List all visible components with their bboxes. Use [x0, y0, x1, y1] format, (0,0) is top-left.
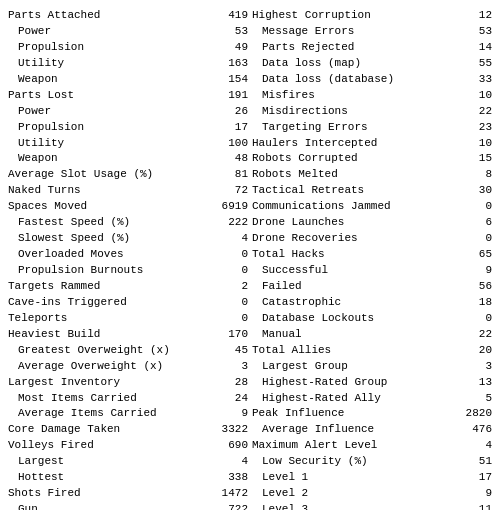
- stat-value: 10: [462, 136, 492, 152]
- stat-value: 690: [218, 438, 248, 454]
- stat-row: Tactical Retreats30: [252, 183, 492, 199]
- stat-value: 65: [462, 247, 492, 263]
- stat-value: 13: [462, 375, 492, 391]
- stat-label: Data loss (database): [252, 72, 462, 88]
- stat-label: Targets Rammed: [8, 279, 218, 295]
- stat-label: Low Security (%): [252, 454, 462, 470]
- stat-label: Naked Turns: [8, 183, 218, 199]
- stat-row: Spaces Moved6919: [8, 199, 248, 215]
- stat-row: Power26: [8, 104, 248, 120]
- stat-label: Propulsion: [8, 120, 218, 136]
- stat-label: Robots Melted: [252, 167, 462, 183]
- stat-row: Average Items Carried9: [8, 406, 248, 422]
- stat-label: Message Errors: [252, 24, 462, 40]
- stat-row: Misdirections22: [252, 104, 492, 120]
- stat-row: Robots Melted8: [252, 167, 492, 183]
- stat-label: Haulers Intercepted: [252, 136, 462, 152]
- stat-label: Weapon: [8, 72, 218, 88]
- stat-value: 154: [218, 72, 248, 88]
- stat-row: Largest Group3: [252, 359, 492, 375]
- stat-row: Drone Recoveries0: [252, 231, 492, 247]
- stat-value: 51: [462, 454, 492, 470]
- stat-value: 722: [218, 502, 248, 510]
- stat-label: Utility: [8, 136, 218, 152]
- stat-value: 191: [218, 88, 248, 104]
- stat-row: Parts Lost191: [8, 88, 248, 104]
- stat-label: Gun: [8, 502, 218, 510]
- stat-label: Communications Jammed: [252, 199, 462, 215]
- stat-value: 222: [218, 215, 248, 231]
- stat-label: Catastrophic: [252, 295, 462, 311]
- stat-value: 0: [462, 199, 492, 215]
- stat-row: Level 117: [252, 470, 492, 486]
- stat-value: 14: [462, 40, 492, 56]
- stat-value: 8: [462, 167, 492, 183]
- stat-value: 9: [462, 486, 492, 502]
- stat-value: 9: [462, 263, 492, 279]
- stat-value: 2820: [462, 406, 492, 422]
- left-column: Parts Attached419Power53Propulsion49Util…: [6, 8, 250, 510]
- stat-label: Hottest: [8, 470, 218, 486]
- stat-row: Database Lockouts0: [252, 311, 492, 327]
- stat-label: Total Hacks: [252, 247, 462, 263]
- stat-value: 10: [462, 88, 492, 104]
- stat-label: Highest Corruption: [252, 8, 462, 24]
- stat-row: Propulsion49: [8, 40, 248, 56]
- stat-label: Manual: [252, 327, 462, 343]
- stat-label: Most Items Carried: [8, 391, 218, 407]
- stat-row: Largest4: [8, 454, 248, 470]
- stat-value: 45: [218, 343, 248, 359]
- stat-row: Message Errors53: [252, 24, 492, 40]
- stat-label: Level 1: [252, 470, 462, 486]
- stat-value: 3322: [218, 422, 248, 438]
- stat-label: Average Items Carried: [8, 406, 218, 422]
- stat-row: Power53: [8, 24, 248, 40]
- stat-row: Successful9: [252, 263, 492, 279]
- stat-value: 33: [462, 72, 492, 88]
- stat-label: Volleys Fired: [8, 438, 218, 454]
- stat-label: Highest-Rated Group: [252, 375, 462, 391]
- stat-row: Low Security (%)51: [252, 454, 492, 470]
- stat-row: Highest-Rated Ally5: [252, 391, 492, 407]
- stat-label: Robots Corrupted: [252, 151, 462, 167]
- stat-label: Successful: [252, 263, 462, 279]
- stat-value: 17: [218, 120, 248, 136]
- stat-label: Maximum Alert Level: [252, 438, 462, 454]
- stat-value: 4: [218, 454, 248, 470]
- stat-label: Spaces Moved: [8, 199, 218, 215]
- stat-value: 22: [462, 104, 492, 120]
- stat-row: Parts Rejected14: [252, 40, 492, 56]
- stat-label: Largest Group: [252, 359, 462, 375]
- stat-label: Drone Launches: [252, 215, 462, 231]
- stat-value: 0: [462, 311, 492, 327]
- stat-value: 6: [462, 215, 492, 231]
- stat-row: Utility163: [8, 56, 248, 72]
- stat-row: Communications Jammed0: [252, 199, 492, 215]
- stat-row: Naked Turns72: [8, 183, 248, 199]
- stat-value: 55: [462, 56, 492, 72]
- stat-row: Data loss (map)55: [252, 56, 492, 72]
- stat-row: Failed56: [252, 279, 492, 295]
- stat-label: Average Overweight (x): [8, 359, 218, 375]
- stat-label: Propulsion: [8, 40, 218, 56]
- stat-value: 24: [218, 391, 248, 407]
- stat-row: Robots Corrupted15: [252, 151, 492, 167]
- stat-row: Slowest Speed (%)4: [8, 231, 248, 247]
- stat-label: Teleports: [8, 311, 218, 327]
- stat-value: 23: [462, 120, 492, 136]
- stat-label: Data loss (map): [252, 56, 462, 72]
- stat-value: 0: [218, 295, 248, 311]
- stat-label: Fastest Speed (%): [8, 215, 218, 231]
- stat-row: Core Damage Taken3322: [8, 422, 248, 438]
- stat-row: Level 311: [252, 502, 492, 510]
- stat-row: Average Slot Usage (%)81: [8, 167, 248, 183]
- stat-row: Average Overweight (x)3: [8, 359, 248, 375]
- stat-label: Greatest Overweight (x): [8, 343, 218, 359]
- stat-row: Catastrophic18: [252, 295, 492, 311]
- stat-label: Power: [8, 24, 218, 40]
- stat-value: 3: [218, 359, 248, 375]
- stat-row: Greatest Overweight (x)45: [8, 343, 248, 359]
- stat-value: 4: [218, 231, 248, 247]
- stat-label: Shots Fired: [8, 486, 218, 502]
- stat-row: Manual22: [252, 327, 492, 343]
